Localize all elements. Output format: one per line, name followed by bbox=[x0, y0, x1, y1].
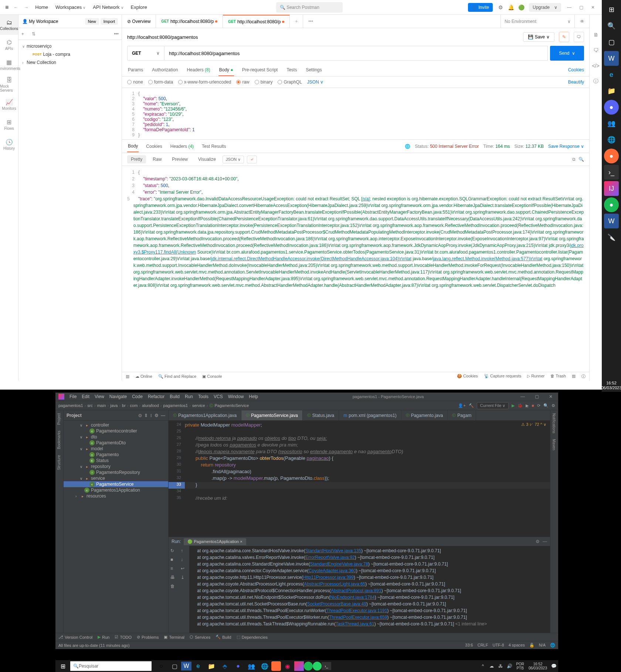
scroll-icon[interactable]: ⤓ bbox=[181, 575, 187, 581]
run-gear-icon[interactable]: ⚙ bbox=[536, 539, 540, 544]
footer-online[interactable]: ☁ Online bbox=[135, 374, 152, 379]
layout-icon[interactable]: ≡ bbox=[170, 566, 177, 573]
bb-terminal[interactable]: ▣ Terminal bbox=[164, 635, 184, 639]
start-button[interactable]: ⊞ bbox=[55, 660, 70, 672]
debug-icon[interactable]: 🐞 bbox=[518, 403, 523, 408]
view-raw[interactable]: Raw bbox=[149, 155, 165, 163]
menu-code[interactable]: Code bbox=[132, 394, 143, 399]
tray-network-icon[interactable]: 🖧 bbox=[496, 660, 505, 672]
radio-urlencoded[interactable]: x-www-form-urlencoded bbox=[178, 79, 231, 85]
tab-more[interactable]: ••• bbox=[303, 15, 318, 28]
trash-icon[interactable]: 🗑 bbox=[170, 584, 177, 590]
status-globe-icon[interactable]: 🌐 bbox=[550, 643, 555, 648]
env-quicklook-icon[interactable]: 👁 bbox=[574, 15, 589, 28]
coverage-icon[interactable]: ▶̤ bbox=[526, 403, 529, 408]
response-body[interactable]: 1{ 2 "timestamp": "2023-03-06T16:48:48.4… bbox=[122, 166, 589, 381]
down-icon[interactable]: ↓ bbox=[181, 557, 187, 564]
tb2-word-icon[interactable]: W bbox=[181, 662, 191, 671]
radio-binary[interactable]: binary bbox=[255, 79, 273, 85]
view-visualize[interactable]: Visualize bbox=[194, 155, 220, 163]
bb-build[interactable]: 🔨 Build bbox=[216, 635, 231, 639]
tb2-photos-icon[interactable]: ◉ bbox=[281, 660, 294, 672]
rail-notifications[interactable]: Notifications bbox=[550, 410, 557, 436]
edtab-1[interactable]: ⓒPagamentos1Application.java bbox=[169, 410, 241, 420]
subtab-params[interactable]: Params bbox=[127, 64, 144, 76]
menu-edit[interactable]: Edit bbox=[82, 394, 89, 399]
taskbar-search[interactable]: 🔍 Pesquisar bbox=[70, 661, 152, 671]
nav-workspaces[interactable]: Workspaces∨ bbox=[52, 2, 89, 12]
rr-comments-icon[interactable]: 🗨 bbox=[592, 47, 600, 54]
nav-apinetwork[interactable]: API Network∨ bbox=[89, 2, 127, 12]
menu-run[interactable]: Run bbox=[185, 394, 193, 399]
tree-class[interactable]: cPagamentoDto bbox=[64, 440, 168, 446]
tree-folder[interactable]: ∨▸repository bbox=[64, 464, 168, 469]
add-user-icon[interactable]: 👤+ bbox=[458, 403, 465, 408]
tb-teams-icon[interactable]: 👥 bbox=[604, 116, 619, 131]
notifications-icon[interactable]: 🔔 bbox=[506, 2, 516, 13]
edtab-2[interactable]: ⓒPagamentoService.java bbox=[241, 410, 303, 420]
tb-word-icon[interactable]: W bbox=[604, 51, 619, 66]
footer-help-icon[interactable]: ⓘ bbox=[581, 374, 586, 379]
rail-bookmarks[interactable]: Bookmarks bbox=[55, 428, 62, 452]
tb-knife-icon[interactable]: 🔪 bbox=[604, 230, 619, 245]
footer-split-icon[interactable]: ▥ bbox=[572, 374, 576, 379]
nav-home[interactable]: Home bbox=[31, 2, 52, 12]
view-pretty[interactable]: Pretty bbox=[127, 155, 146, 163]
gear-icon[interactable]: ⚙ bbox=[155, 413, 159, 418]
tb-word2-icon[interactable]: W bbox=[604, 214, 619, 228]
view-preview[interactable]: Preview bbox=[168, 155, 191, 163]
code-editor[interactable]: ⚠ 3 ⩗ 72 ^ ∨ 24private ModelMapper model… bbox=[169, 421, 550, 537]
radio-raw[interactable]: raw bbox=[236, 79, 249, 85]
rail-apis[interactable]: ⌬APIs bbox=[0, 35, 18, 55]
beautify-link[interactable]: Beautify bbox=[568, 79, 584, 85]
print-icon[interactable]: 🖶 bbox=[170, 575, 177, 581]
win-search-icon[interactable]: 🔍 bbox=[604, 18, 619, 33]
hammer-icon[interactable]: 🔨 bbox=[469, 403, 474, 408]
menu-build[interactable]: Build bbox=[170, 394, 180, 399]
invite-button[interactable]: 👤 Invite bbox=[468, 3, 493, 12]
menu-navigate[interactable]: Navigate bbox=[109, 394, 127, 399]
menu-tools[interactable]: Tools bbox=[198, 394, 208, 399]
new-button[interactable]: New bbox=[85, 18, 99, 25]
console-output[interactable]: at org.apache.catalina.core.StandardHost… bbox=[189, 546, 550, 633]
collection-folder[interactable]: ∨microserviço bbox=[18, 42, 122, 50]
rail-history[interactable]: 🕓History bbox=[0, 135, 18, 155]
wrap-icon[interactable]: ↩ bbox=[181, 566, 187, 573]
forward-button[interactable]: → bbox=[21, 3, 31, 12]
import-button[interactable]: Import bbox=[101, 18, 118, 25]
tree-class[interactable]: IPagamentoRepository bbox=[64, 469, 168, 475]
tb2-teams-icon[interactable]: 👥 bbox=[245, 660, 258, 672]
rerun-icon[interactable]: ↻ bbox=[170, 548, 177, 555]
radio-none[interactable]: none bbox=[127, 79, 143, 85]
edtab-4[interactable]: mpom.xml (pagamentos1) bbox=[339, 410, 401, 420]
up-icon[interactable]: ↑ bbox=[181, 548, 187, 555]
save-button[interactable]: 💾 Save ∨ bbox=[523, 32, 554, 42]
tree-request[interactable]: POSTLoja - compra bbox=[18, 50, 122, 58]
menu-refactor[interactable]: Refactor bbox=[148, 394, 164, 399]
maximize-button[interactable]: ▢ bbox=[575, 3, 587, 12]
inspection-badge[interactable]: ⚠ 3 ⩗ 72 ^ ∨ bbox=[521, 422, 546, 427]
tab-request-2[interactable]: GEThttp://localhost:8080/p bbox=[223, 15, 290, 28]
back-button[interactable]: ← bbox=[11, 3, 21, 12]
tree-folder[interactable]: ∨▸model bbox=[64, 446, 168, 452]
request-body-editor[interactable]: 1{ 2 "valor": 500, 3 "nome": "Everson", … bbox=[122, 88, 589, 140]
send-button[interactable]: Send ∨ bbox=[550, 46, 584, 61]
tb2-ie-icon[interactable]: e bbox=[191, 660, 205, 672]
tab-request-1[interactable]: GEThttp://localhost:8080/p bbox=[156, 15, 223, 28]
collapse-all-icon[interactable]: ⇕ bbox=[144, 413, 148, 418]
settings-icon[interactable]: ⚙ bbox=[496, 2, 506, 13]
stop2-icon[interactable]: ■ bbox=[170, 557, 177, 564]
resp-tab-headers[interactable]: Headers (4) bbox=[170, 141, 194, 152]
hide-icon[interactable]: — bbox=[161, 413, 165, 418]
status-na[interactable]: N/A bbox=[539, 643, 546, 648]
rail-monitors[interactable]: 📈Monitors bbox=[0, 95, 18, 115]
menu-vcs[interactable]: VCS bbox=[214, 394, 223, 399]
collection-folder[interactable]: ›New Collection bbox=[18, 58, 122, 67]
ij-minimize[interactable]: — bbox=[518, 394, 527, 399]
edtab-3[interactable]: ⓒStatus.java bbox=[303, 410, 339, 420]
tree-folder[interactable]: ∨▸service bbox=[64, 475, 168, 481]
tree-folder[interactable]: ›▸resources bbox=[64, 493, 168, 499]
rail-project[interactable]: Project bbox=[55, 410, 62, 428]
resp-tab-cookies[interactable]: Cookies bbox=[145, 141, 163, 152]
status-indent[interactable]: 4 spaces bbox=[509, 643, 525, 648]
